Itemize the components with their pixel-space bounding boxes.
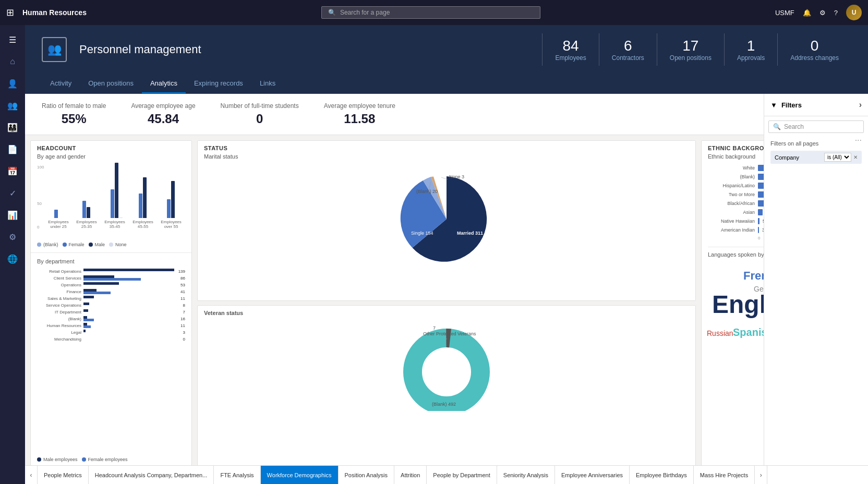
stats-area: 84 Employees 6 Contractors 17 Open posit… (542, 33, 851, 66)
bottom-tab-people-dept[interactable]: People by Department (427, 466, 497, 484)
kpi-tenure: Average employee tenure 11.58 (324, 102, 395, 126)
svg-text:None 3: None 3 (449, 174, 464, 179)
stat-approvals: 1 Approvals (724, 33, 777, 66)
search-placeholder: Search for a page (340, 9, 390, 16)
kpi-femalemale-label: Ratio of female to male (42, 102, 106, 110)
dept-bar-chart: Retail Operations139 Client Services86 O… (31, 267, 191, 455)
filters-panel: ▼ Filters › 🔍 Search Filters on all page… (764, 135, 868, 471)
svg-point-6 (413, 338, 480, 406)
marital-subtitle: Marital status (198, 153, 695, 163)
bottom-tab-fte[interactable]: FTE Analysis (214, 466, 260, 484)
bottom-tab-position[interactable]: Position Analysis (339, 466, 395, 484)
stat-employees: 84 Employees (542, 33, 598, 66)
tab-links[interactable]: Links (251, 74, 284, 93)
svg-text:Other Protected Veterans: Other Protected Veterans (423, 331, 476, 336)
sidebar-item-cog[interactable]: ⚙ (2, 226, 23, 247)
top-navigation: ⊞ Human Resources 🔍 Search for a page US… (0, 0, 868, 25)
filter-company-select[interactable]: is (All) (824, 153, 851, 162)
page-icon: 👥 (42, 37, 67, 62)
help-icon[interactable]: ? (834, 9, 838, 17)
bottom-tab-masshire[interactable]: Mass Hire Projects (694, 466, 755, 484)
sidebar-item-people[interactable]: 👨‍👩‍👧 (2, 117, 23, 138)
filter-more-icon[interactable]: ··· (855, 136, 862, 145)
bottom-nav-prev[interactable]: ‹ (25, 466, 38, 485)
tab-activity[interactable]: Activity (42, 74, 80, 93)
status-title: STATUS (198, 141, 695, 153)
app-title: Human Resources (22, 8, 87, 17)
stat-addresschanges: 0 Address changes (777, 33, 851, 66)
kpi-tenure-label: Average employee tenure (324, 102, 395, 110)
dept-chart-legend: Male employees Female employees (31, 455, 191, 465)
kpi-femalemale-value: 55% (42, 112, 106, 126)
kpi-avgage: Average employee age 45.84 (131, 102, 195, 126)
kpi-students-value: 0 (221, 112, 299, 126)
kpi-avgage-value: 45.84 (131, 112, 195, 126)
stat-employees-value: 84 (555, 38, 586, 54)
marital-status-panel: STATUS Marital status (197, 140, 696, 301)
bottom-tab-attrition[interactable]: Attrition (394, 466, 427, 484)
stat-approvals-value: 1 (737, 38, 765, 54)
sidebar-item-globe[interactable]: 🌐 (2, 248, 23, 269)
status-column: STATUS Marital status (197, 140, 696, 466)
marital-pie-chart: Married 311 Single 154 (Blank) 20 None 3 (389, 167, 504, 271)
stat-contractors-label: Contractors (612, 54, 644, 62)
word-russian: Russian (707, 329, 733, 337)
veteran-subtitle: Veteran status (198, 306, 695, 318)
page-search[interactable]: 🔍 Search for a page (321, 6, 540, 19)
nav-right-area: USMF 🔔 ⚙ ? U (775, 5, 862, 20)
headcount-panel: HEADCOUNT By age and gender 100 50 0 (30, 140, 192, 466)
sidebar-item-chart[interactable]: 📊 (2, 204, 23, 225)
main-tab-bar: Activity Open positions Analytics Expiri… (25, 74, 868, 94)
tab-openpositions[interactable]: Open positions (80, 74, 142, 93)
kpi-femalemale: Ratio of female to male 55% (42, 102, 106, 126)
tab-expiringrecords[interactable]: Expiring records (186, 74, 251, 93)
sidebar-item-check[interactable]: ✓ (2, 183, 23, 203)
bottom-tab-anniversaries[interactable]: Employee Anniversaries (555, 466, 630, 484)
veteran-status-panel: Veteran status Other Protected Veterans (197, 305, 696, 466)
filter-chip-close[interactable]: ✕ (853, 154, 858, 160)
sidebar-item-person[interactable]: 👤 (2, 73, 23, 94)
stat-approvals-label: Approvals (737, 54, 765, 62)
svg-text:7: 7 (433, 325, 436, 331)
search-icon: 🔍 (328, 9, 336, 16)
bottom-tab-bar: ‹ People Metrics Headcount Analysis Comp… (25, 465, 868, 484)
stat-openpositions: 17 Open positions (657, 33, 724, 66)
bottom-tab-peoplemetrics[interactable]: People Metrics (38, 466, 89, 484)
headcount-age-subtitle: By age and gender (31, 153, 191, 163)
headcount-dept-subtitle: By department (31, 255, 191, 267)
stat-contractors: 6 Contractors (599, 33, 657, 66)
headcount-title: HEADCOUNT (31, 141, 191, 153)
stat-addresschanges-value: 0 (790, 38, 839, 54)
stat-openpositions-value: 17 (670, 38, 712, 54)
bottom-tab-headcount[interactable]: Headcount Analysis Company, Departmen... (89, 466, 214, 484)
user-label: USMF (775, 9, 794, 17)
content-area: Ratio of female to male 55% Average empl… (25, 94, 868, 484)
bottom-tab-seniority[interactable]: Seniority Analysis (497, 466, 555, 484)
kpi-students-label: Number of full-time students (221, 102, 299, 110)
marital-pie-container: Married 311 Single 154 (Blank) 20 None 3 (198, 163, 695, 275)
sidebar-item-group[interactable]: 👥 (2, 95, 23, 116)
sidebar: ☰ ⌂ 👤 👥 👨‍👩‍👧 📄 📅 ✓ 📊 ⚙ 🌐 (0, 25, 25, 484)
kpi-tenure-value: 11.58 (324, 112, 395, 126)
bottom-tab-birthdays[interactable]: Employee Birthdays (630, 466, 694, 484)
bottom-tab-workforce[interactable]: Workforce Demographics (261, 466, 339, 484)
sidebar-item-calendar[interactable]: 📅 (2, 161, 23, 182)
tab-analytics[interactable]: Analytics (142, 74, 186, 93)
grid-icon[interactable]: ⊞ (6, 7, 14, 18)
kpi-row: Ratio of female to male 55% Average empl… (25, 94, 868, 135)
stat-addresschanges-label: Address changes (790, 54, 839, 62)
filter-section-label: Filters on all pages (764, 137, 868, 149)
svg-text:Single 154: Single 154 (411, 231, 433, 236)
avatar[interactable]: U (846, 5, 862, 20)
stat-contractors-value: 6 (612, 38, 644, 54)
kpi-students: Number of full-time students 0 (221, 102, 299, 126)
bottom-nav-next[interactable]: › (755, 466, 767, 485)
sidebar-item-home[interactable]: ☰ (2, 29, 23, 50)
settings-icon[interactable]: ⚙ (819, 9, 826, 17)
notification-icon[interactable]: 🔔 (803, 9, 811, 17)
stat-openpositions-label: Open positions (670, 54, 712, 62)
veteran-donut-chart: Other Protected Veterans 7 (Blank) 492 (394, 322, 499, 411)
sidebar-item-dashboard[interactable]: ⌂ (2, 51, 23, 72)
sidebar-item-document[interactable]: 📄 (2, 139, 23, 160)
main-content: 👥 Personnel management 84 Employees 6 Co… (25, 25, 868, 484)
